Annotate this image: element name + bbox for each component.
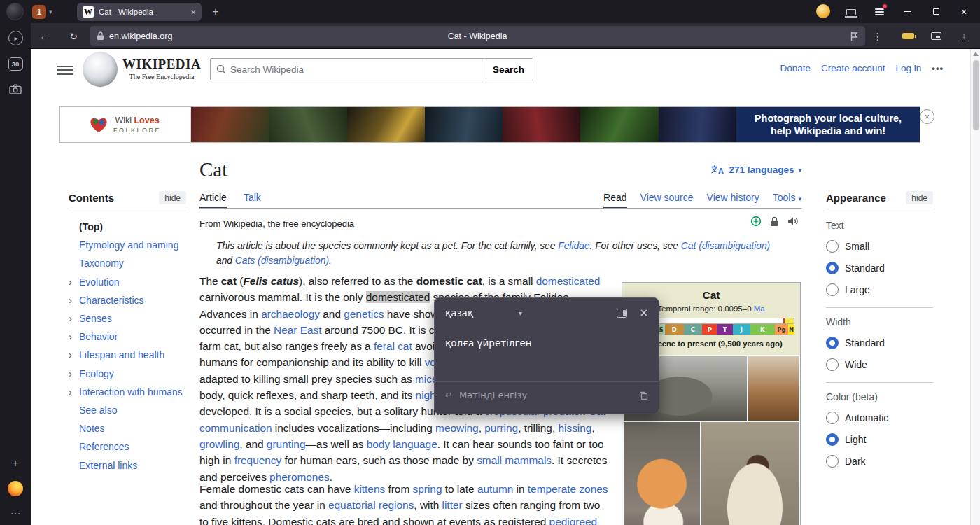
wiki-link[interactable]: litter <box>442 499 463 511</box>
infobox-photo-siamese-cat[interactable] <box>701 422 799 525</box>
wiki-link[interactable]: purring <box>484 422 518 434</box>
radio-option-color-beta-dark[interactable]: Dark <box>826 455 933 468</box>
toc-item-characteristics[interactable]: ›Characteristics <box>69 291 186 309</box>
radio-option-text-standard[interactable]: Standard <box>826 262 933 274</box>
fundraising-banner[interactable]: Wiki Loves FOLKLORE Photograph your loca… <box>59 106 920 143</box>
view-tools[interactable]: Tools▾ <box>773 187 802 208</box>
url-text[interactable]: en.wikipedia.org <box>109 31 172 41</box>
radio-icon[interactable] <box>826 358 839 371</box>
toc-link[interactable]: Ecology <box>79 368 114 379</box>
wiki-link[interactable]: small mammals <box>477 454 552 466</box>
reload-button[interactable]: ↻ <box>64 27 83 45</box>
app-menu-button[interactable] <box>871 5 888 19</box>
workspace-number[interactable]: 1 <box>32 5 46 19</box>
radio-option-text-large[interactable]: Large <box>826 284 933 296</box>
donate-link[interactable]: Donate <box>780 63 811 74</box>
browser-tab[interactable]: W Cat - Wikipedia × <box>77 3 202 21</box>
battery-indicator[interactable] <box>902 33 914 39</box>
tab-close-icon[interactable]: × <box>190 8 196 17</box>
view-view-source[interactable]: View source <box>640 187 694 208</box>
toc-item-senses[interactable]: ›Senses <box>69 309 186 328</box>
wiki-link[interactable]: domesticated <box>536 275 601 287</box>
toc-item-top[interactable]: (Top) <box>69 218 186 236</box>
wiki-link[interactable]: growling <box>200 438 239 450</box>
toc-link[interactable]: Interaction with humans <box>79 386 183 398</box>
radio-icon[interactable] <box>826 412 839 424</box>
radio-option-text-small[interactable]: Small <box>826 240 933 253</box>
wiki-link[interactable]: kittens <box>354 483 385 495</box>
toc-expand-icon[interactable]: › <box>69 273 72 291</box>
screenshot-button[interactable] <box>4 78 27 99</box>
copy-icon[interactable] <box>638 391 648 400</box>
window-minimize-button[interactable] <box>897 0 919 23</box>
browser-logo-icon[interactable] <box>6 3 24 20</box>
toc-item-etymology-and-naming[interactable]: Etymology and naming <box>69 236 186 254</box>
toc-link[interactable]: Lifespan and health <box>79 349 164 360</box>
back-button[interactable]: ← <box>36 27 54 45</box>
chevron-down-icon[interactable]: ▾ <box>49 8 52 15</box>
toc-link[interactable]: Senses <box>79 313 112 324</box>
toc-link[interactable]: See also <box>79 405 117 416</box>
toc-link[interactable]: Etymology and naming <box>79 239 178 251</box>
wiki-link[interactable]: meowing <box>435 422 479 434</box>
rail-add-button[interactable]: + <box>4 453 27 474</box>
wiki-link[interactable]: feral cat <box>374 340 412 352</box>
overflow-menu-button[interactable]: ⋮ <box>869 27 887 45</box>
bookmark-icon[interactable] <box>850 31 858 41</box>
toc-link[interactable]: Characteristics <box>79 295 144 306</box>
wiki-link[interactable]: Near East <box>274 324 321 336</box>
wiki-link[interactable]: autumn <box>477 483 513 495</box>
toc-item-see-also[interactable]: See also <box>69 401 186 419</box>
media-button[interactable]: ▸ <box>4 27 27 48</box>
radio-icon[interactable] <box>826 455 839 468</box>
toc-link[interactable]: References <box>79 441 130 452</box>
radio-icon[interactable] <box>826 240 839 253</box>
radio-option-width-standard[interactable]: Standard <box>826 337 933 349</box>
toc-link[interactable]: Taxonomy <box>79 258 124 269</box>
toc-link[interactable]: (Top) <box>79 221 103 232</box>
scrollbar-track[interactable] <box>970 49 980 525</box>
wiki-link[interactable]: equatorial regions <box>328 499 414 511</box>
radio-option-color-beta-automatic[interactable]: Automatic <box>826 412 933 424</box>
page-protection-lock-icon[interactable] <box>770 216 779 227</box>
toc-item-taxonomy[interactable]: Taxonomy <box>69 254 186 272</box>
wiki-link[interactable]: Cat (disambiguation) <box>681 241 770 251</box>
login-link[interactable]: Log in <box>896 63 922 74</box>
wiki-link[interactable]: genetics <box>344 308 384 320</box>
toc-item-external-links[interactable]: External links <box>69 456 186 475</box>
toc-link[interactable]: Behavior <box>79 331 118 342</box>
create-account-link[interactable]: Create account <box>821 63 886 74</box>
toc-item-notes[interactable]: Notes <box>69 419 186 438</box>
profile-avatar[interactable] <box>816 4 830 18</box>
wiki-link[interactable]: grunting <box>267 438 306 450</box>
toc-expand-icon[interactable]: › <box>69 309 72 328</box>
toc-expand-icon[interactable]: › <box>69 291 72 309</box>
window-maximize-button[interactable] <box>925 0 947 23</box>
scrollbar-thumb[interactable] <box>973 60 979 130</box>
wiki-link[interactable]: Cats (disambiguation) <box>235 255 329 266</box>
radio-icon[interactable] <box>826 433 839 446</box>
toc-link[interactable]: External links <box>79 460 137 471</box>
view-read[interactable]: Read <box>603 187 626 208</box>
search-box[interactable] <box>210 58 484 80</box>
devices-button[interactable] <box>843 5 860 19</box>
banner-message[interactable]: Photograph your local culture, help Wiki… <box>736 107 920 142</box>
wiki-link[interactable]: body language <box>367 438 438 450</box>
workspace-button[interactable]: 1 ▾ <box>32 4 52 19</box>
toc-item-behavior[interactable]: ›Behavior <box>69 328 186 346</box>
tab-talk[interactable]: Talk <box>244 187 261 208</box>
wiki-link[interactable]: Felidae <box>558 241 589 251</box>
window-close-button[interactable]: × <box>953 0 975 23</box>
ma-link[interactable]: Ma <box>754 304 765 313</box>
banner-close-button[interactable]: × <box>920 109 934 124</box>
popup-close-button[interactable]: × <box>639 308 648 318</box>
view-view-history[interactable]: View history <box>707 187 760 208</box>
tab-counter-badge[interactable]: 30 <box>4 53 27 74</box>
firefox-button[interactable] <box>4 478 27 499</box>
toc-item-evolution[interactable]: ›Evolution <box>69 273 186 291</box>
wikipedia-logo-icon[interactable] <box>83 52 118 87</box>
user-menu-button[interactable]: ••• <box>932 63 944 74</box>
text-input-hint[interactable]: Мәтінді енгізу <box>459 390 527 400</box>
popup-language-selector[interactable]: қазақ ▾ <box>445 307 522 318</box>
radio-icon[interactable] <box>826 284 839 296</box>
